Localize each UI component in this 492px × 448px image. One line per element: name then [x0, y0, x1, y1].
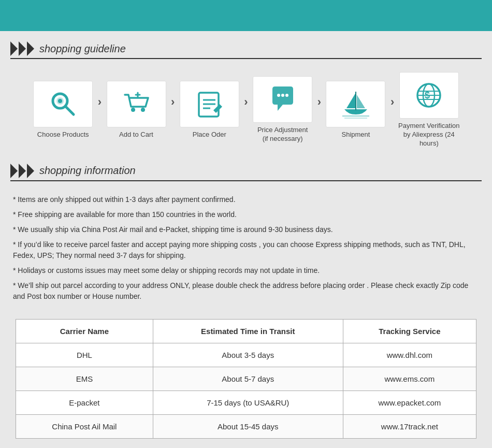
info-list: * Items are only shipped out within 1-3 … [10, 189, 482, 311]
step-label-shipment: Shipment [342, 131, 370, 139]
arrow-2: › [171, 95, 175, 109]
step-label-add-to-cart: Add to Cart [119, 131, 153, 139]
arrow-3: › [244, 95, 248, 109]
step-icon-choose-products [33, 81, 93, 127]
info-item-5: * We’ll ship out parcel according to you… [13, 280, 479, 302]
info-header-icon [10, 164, 35, 178]
estimated-time-ems: About 5-7 days [153, 367, 343, 391]
carrier-name-china-post: China Post Ail Mail [16, 414, 153, 438]
steps-container: Choose Products › Add to Cart › [10, 67, 482, 158]
step-icon-payment-verification: $ [399, 72, 459, 119]
table-row: EMS About 5-7 days www.ems.com [16, 367, 476, 391]
svg-point-14 [285, 94, 288, 97]
info-item-3: * If you’d like to receive parcel faster… [13, 239, 479, 261]
guideline-header-icon [10, 41, 35, 56]
svg-point-12 [277, 94, 280, 97]
svg-line-2 [65, 106, 74, 114]
step-label-place-order: Place Oder [193, 131, 226, 139]
info-item-2: * We usually ship via China Post Air mai… [13, 224, 479, 235]
svg-point-3 [58, 99, 62, 103]
step-place-order: Place Oder [176, 81, 243, 139]
header-bar [0, 0, 492, 31]
tracking-dhl: www.dhl.com [343, 343, 476, 367]
info-section-header: shopping information [10, 164, 482, 181]
step-icon-price-adjustment [253, 76, 312, 123]
table-row: China Post Ail Mail About 15-45 days www… [16, 414, 476, 438]
info-item-4: * Holidays or customs issues may meet so… [13, 265, 479, 276]
carrier-name-ems: EMS [16, 367, 153, 391]
info-item-1: * Free shipping are available for more t… [13, 209, 479, 220]
step-label-price-adjustment: Price Adjustment (if necessary) [257, 126, 308, 143]
step-add-to-cart: Add to Cart [103, 81, 170, 139]
estimated-time-china-post: About 15-45 days [153, 414, 343, 438]
guideline-title: shopping guideline [39, 43, 126, 55]
arrow-4: › [317, 95, 321, 109]
main-content: shopping guideline Choose Products › [0, 31, 492, 448]
step-icon-add-to-cart [107, 81, 166, 127]
step-icon-shipment [326, 81, 385, 127]
arrow-5: › [390, 95, 394, 109]
col-header-estimated-time: Estimated Time in Transit [153, 319, 343, 343]
col-header-tracking: Tracking Service [343, 319, 476, 343]
step-choose-products: Choose Products [30, 81, 97, 139]
carrier-name-epacket: E-packet [16, 391, 153, 414]
step-label-payment-verification: Payment Verification by Aliexpress (24 h… [395, 122, 462, 148]
arrow-1: › [98, 95, 102, 109]
estimated-time-dhl: About 3-5 days [153, 343, 343, 367]
svg-text:$: $ [425, 90, 430, 100]
table-container: Carrier Name Estimated Time in Transit T… [10, 319, 482, 439]
table-row: DHL About 3-5 days www.dhl.com [16, 343, 476, 367]
carrier-name-dhl: DHL [16, 343, 153, 367]
info-item-0: * Items are only shipped out within 1-3 … [13, 194, 479, 205]
table-header-row: Carrier Name Estimated Time in Transit T… [16, 319, 476, 343]
table-row: E-packet 7-15 days (to USA&RU) www.epack… [16, 391, 476, 414]
step-price-adjustment: Price Adjustment (if necessary) [249, 76, 316, 143]
tracking-epacket: www.epacket.com [343, 391, 476, 414]
tracking-ems: www.ems.com [343, 367, 476, 391]
step-shipment: Shipment [322, 81, 389, 139]
tracking-china-post: www.17track.net [343, 414, 476, 438]
carrier-table: Carrier Name Estimated Time in Transit T… [16, 319, 476, 439]
step-label-choose-products: Choose Products [37, 131, 89, 139]
svg-point-5 [141, 108, 145, 112]
col-header-carrier: Carrier Name [16, 319, 153, 343]
estimated-time-epacket: 7-15 days (to USA&RU) [153, 391, 343, 414]
step-icon-place-order [180, 81, 239, 127]
svg-point-4 [131, 108, 135, 112]
guideline-section-header: shopping guideline [10, 41, 482, 59]
info-title: shopping information [39, 165, 136, 177]
step-payment-verification: $ Payment Verification by Aliexpress (24… [395, 72, 462, 148]
info-section: shopping information * Items are only sh… [10, 164, 482, 311]
svg-point-13 [281, 94, 284, 97]
